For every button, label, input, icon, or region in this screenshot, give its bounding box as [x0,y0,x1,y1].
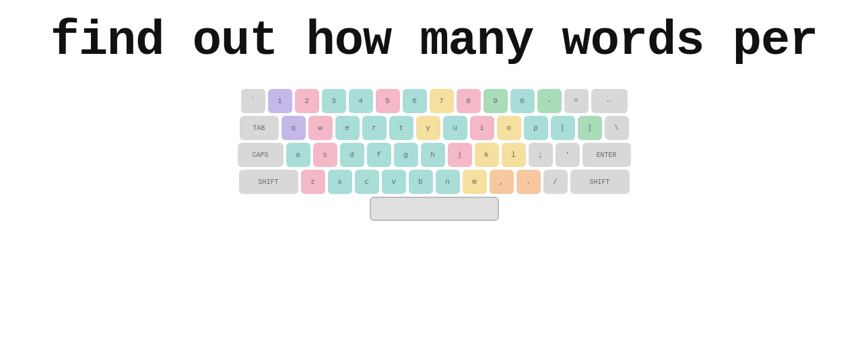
key-x[interactable]: \ [605,116,629,140]
key-v[interactable]: v [382,170,406,194]
key-w[interactable]: w [308,116,333,140]
key-z[interactable]: z [301,170,325,194]
key-b[interactable]: b [409,170,433,194]
key-x[interactable]: [ [551,116,575,140]
key-shift[interactable]: SHIFT [570,170,630,194]
key-m[interactable]: m [463,170,487,194]
key-x[interactable]: ] [578,116,602,140]
key-tab[interactable]: TAB [240,116,279,140]
row-space [370,197,499,221]
key-8[interactable]: 8 [457,89,481,113]
key-c[interactable]: c [355,170,379,194]
key-s[interactable]: s [313,143,337,167]
key-2[interactable]: 2 [295,89,319,113]
key-x[interactable]: / [543,170,568,194]
key-x[interactable]: ; [529,143,553,167]
key-r[interactable]: r [362,116,387,140]
key-caps[interactable]: CAPS [238,143,283,167]
key-x[interactable]: . [516,170,541,194]
key-h[interactable]: h [421,143,445,167]
key-d[interactable]: d [340,143,364,167]
key-shift[interactable]: SHIFT [239,170,298,194]
key-i[interactable]: i [470,116,494,140]
key-enter[interactable]: ENTER [582,143,631,167]
row-zxcv: SHIFTzxcvbnm,./SHIFT [239,170,630,194]
key-x[interactable]: = [564,89,589,113]
key-g[interactable]: g [394,143,418,167]
key-space[interactable] [370,197,499,221]
key-6[interactable]: 6 [403,89,427,113]
key-o[interactable]: o [497,116,521,140]
key-a[interactable]: a [286,143,310,167]
key-l[interactable]: l [502,143,526,167]
key-x[interactable]: - [537,89,562,113]
key-1[interactable]: 1 [268,89,292,113]
key-q[interactable]: q [281,116,306,140]
key-t[interactable]: t [389,116,413,140]
key-x[interactable]: , [490,170,514,194]
key-e[interactable]: e [335,116,360,140]
row-asdf: CAPSasdfghjkl;'ENTER [238,143,631,167]
key-k[interactable]: k [475,143,499,167]
key-x[interactable]: ← [591,89,628,113]
row-number: `1234567890-=← [241,89,628,113]
key-7[interactable]: 7 [430,89,454,113]
page-headline: find out how many words per [51,13,818,69]
key-5[interactable]: 5 [376,89,400,113]
key-9[interactable]: 9 [483,89,508,113]
key-u[interactable]: u [443,116,467,140]
key-p[interactable]: p [524,116,548,140]
key-j[interactable]: j [448,143,472,167]
key-4[interactable]: 4 [349,89,373,113]
key-x[interactable]: x [328,170,352,194]
row-qwerty: TABqwertyuiop[]\ [240,116,629,140]
key-y[interactable]: y [416,116,440,140]
key-n[interactable]: n [436,170,460,194]
key-f[interactable]: f [367,143,391,167]
keyboard: `1234567890-=←TABqwertyuiop[]\CAPSasdfgh… [238,89,631,221]
key-x[interactable]: ' [556,143,580,167]
key-0[interactable]: 0 [510,89,535,113]
key-3[interactable]: 3 [322,89,346,113]
key-x[interactable]: ` [241,89,265,113]
